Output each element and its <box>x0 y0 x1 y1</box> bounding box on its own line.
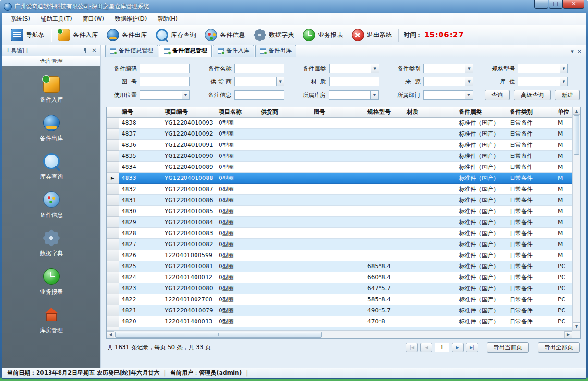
grid-cell[interactable] <box>404 272 456 283</box>
grid-cell[interactable] <box>258 316 311 327</box>
grid-cell[interactable]: 标准件（国产） <box>456 173 507 184</box>
first-page-button[interactable]: |◀ <box>406 343 418 352</box>
grid-cell[interactable]: 4838 <box>119 118 162 129</box>
grid-cell[interactable]: 0型圈 <box>216 239 258 250</box>
grid-cell[interactable] <box>365 250 404 261</box>
grid-cell[interactable] <box>404 305 456 316</box>
grid-cell[interactable] <box>365 173 404 184</box>
pin-icon[interactable] <box>82 48 88 53</box>
table-row[interactable]: 4821YG122040100790型圈490*5.7标准件（国产）日常备件PC <box>107 305 572 316</box>
grid-cell[interactable] <box>258 239 311 250</box>
column-header[interactable]: 备件属类 <box>456 107 507 117</box>
search-input[interactable] <box>140 77 190 86</box>
grid-cell[interactable]: 0型圈 <box>216 206 258 217</box>
grid-cell[interactable]: YG12204010088 <box>162 173 216 184</box>
grid-cell[interactable] <box>311 239 365 250</box>
table-row[interactable]: 4828YG122040100830型圈标准件（国产）日常备件M <box>107 228 572 239</box>
menu-item[interactable]: 辅助工具(T) <box>36 13 77 25</box>
grid-cell[interactable] <box>258 283 311 294</box>
grid-cell[interactable]: 0型圈 <box>216 129 258 140</box>
table-row[interactable]: 4832YG122040100870型圈标准件（国产）日常备件M <box>107 184 572 195</box>
grid-cell[interactable]: 标准件（国产） <box>456 239 507 250</box>
export-all-pages-button[interactable]: 导出全部页 <box>538 342 580 353</box>
column-header[interactable]: 项目名称 <box>216 107 258 117</box>
search-text-input[interactable] <box>330 77 379 86</box>
grid-cell[interactable] <box>311 184 365 195</box>
toolbar-button-in[interactable]: 备件入库 <box>53 27 102 43</box>
grid-cell[interactable] <box>365 129 404 140</box>
grid-cell[interactable] <box>311 129 365 140</box>
advanced-query-button[interactable]: 高级查询 <box>514 90 551 100</box>
grid-cell[interactable] <box>258 305 311 316</box>
search-select[interactable]: ▼ <box>423 64 473 73</box>
grid-cell[interactable] <box>404 151 456 162</box>
grid-cell[interactable]: 日常备件 <box>507 294 555 305</box>
grid-cell[interactable]: 0型圈 <box>216 294 258 305</box>
grid-cell[interactable]: 647*5.7 <box>365 283 404 294</box>
chevron-down-icon[interactable]: ▼ <box>371 64 379 73</box>
grid-cell[interactable] <box>258 272 311 283</box>
grid-cell[interactable]: 日常备件 <box>507 206 555 217</box>
tab-3[interactable]: 备件出库 <box>255 45 296 57</box>
grid-cell[interactable]: 标准件（国产） <box>456 118 507 129</box>
grid-cell[interactable]: 4827 <box>119 239 162 250</box>
close-icon[interactable]: × <box>563 0 584 9</box>
grid-cell[interactable]: 0型圈 <box>216 195 258 206</box>
grid-cell[interactable] <box>404 173 456 184</box>
grid-cell[interactable] <box>311 195 365 206</box>
grid-cell[interactable]: YG12204010092 <box>162 129 216 140</box>
grid-cell[interactable]: M <box>555 118 572 129</box>
toolbar-button-dict[interactable]: 数据字典 <box>249 27 298 43</box>
table-row[interactable]: 482412204014000120型圈660*8.4标准件（国产）日常备件PC <box>107 272 572 283</box>
grid-cell[interactable] <box>404 228 456 239</box>
grid-cell[interactable]: 日常备件 <box>507 316 555 327</box>
grid-cell[interactable]: 4835 <box>119 151 162 162</box>
chevron-down-icon[interactable]: ▼ <box>465 64 473 73</box>
grid-cell[interactable]: 0型圈 <box>216 250 258 261</box>
grid-cell[interactable]: 标准件（国产） <box>456 217 507 228</box>
grid-cell[interactable]: M <box>555 239 572 250</box>
grid-cell[interactable]: 4823 <box>119 283 162 294</box>
sidebar-item-home[interactable]: 库房管理 <box>2 301 100 340</box>
grid-cell[interactable]: M <box>555 228 572 239</box>
search-input[interactable] <box>234 90 284 100</box>
maximize-icon[interactable]: □ <box>549 0 563 9</box>
sidebar-close-icon[interactable]: × <box>91 48 98 53</box>
grid-cell[interactable]: 日常备件 <box>507 217 555 228</box>
column-header[interactable]: 编号 <box>119 107 162 117</box>
table-row[interactable]: 4831YG122040100860型圈标准件（国产）日常备件M <box>107 195 572 206</box>
grid-cell[interactable]: PC <box>555 294 572 305</box>
grid-cell[interactable]: PC <box>555 316 572 327</box>
grid-cell[interactable]: 0型圈 <box>216 228 258 239</box>
grid-cell[interactable]: 0型圈 <box>216 261 258 272</box>
search-select[interactable]: ▼ <box>140 90 190 100</box>
grid-cell[interactable] <box>404 283 456 294</box>
sidebar-item-in[interactable]: 备件入库 <box>2 71 100 109</box>
tab-close-icon[interactable]: × <box>577 48 582 55</box>
grid-cell[interactable]: 日常备件 <box>507 283 555 294</box>
grid-cell[interactable]: 4822 <box>119 294 162 305</box>
search-input[interactable] <box>234 64 284 73</box>
grid-cell[interactable]: 0型圈 <box>216 118 258 129</box>
minimize-icon[interactable]: – <box>534 0 548 9</box>
grid-cell[interactable] <box>365 162 404 173</box>
grid-cell[interactable]: 标准件（国产） <box>456 195 507 206</box>
grid-cell[interactable] <box>258 294 311 305</box>
grid-cell[interactable] <box>365 118 404 129</box>
search-text-input[interactable] <box>140 77 189 86</box>
grid-cell[interactable]: PC <box>555 283 572 294</box>
grid-cell[interactable]: 日常备件 <box>507 151 555 162</box>
grid-cell[interactable]: M <box>555 151 572 162</box>
column-header[interactable]: 供货商 <box>258 107 311 117</box>
table-row[interactable]: 4825YG122040100810型圈685*8.4标准件（国产）日常备件PC <box>107 261 572 272</box>
grid-cell[interactable] <box>404 162 456 173</box>
grid-cell[interactable] <box>311 272 365 283</box>
grid-cell[interactable]: 日常备件 <box>507 305 555 316</box>
grid-cell[interactable]: 标准件（国产） <box>456 272 507 283</box>
chevron-down-icon[interactable]: ▼ <box>465 77 473 86</box>
sidebar-item-report[interactable]: 业务报表 <box>2 263 100 301</box>
chevron-down-icon[interactable]: ▼ <box>276 77 284 86</box>
grid-cell[interactable]: 0型圈 <box>216 316 258 327</box>
toolbar-button-exit[interactable]: 退出系统 <box>347 27 396 43</box>
grid-cell[interactable]: M <box>555 162 572 173</box>
